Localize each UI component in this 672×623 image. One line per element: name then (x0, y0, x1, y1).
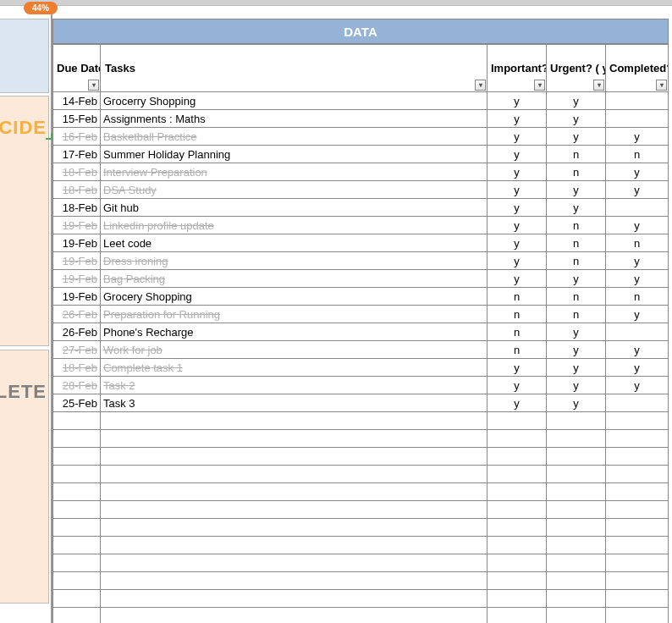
cell-task[interactable]: Task 2 (101, 377, 487, 394)
cell-empty[interactable] (487, 572, 547, 590)
cell-empty[interactable] (53, 519, 101, 537)
cell-completed[interactable]: y (606, 270, 669, 288)
cell-empty[interactable] (606, 430, 669, 448)
cell-empty[interactable] (547, 537, 606, 554)
cell-important[interactable]: n (487, 341, 547, 359)
cell-empty[interactable] (547, 590, 606, 608)
header-urgent[interactable]: Urgent? ( y / n ) ▾ (547, 45, 606, 92)
cell-empty[interactable] (53, 412, 101, 430)
cell-urgent[interactable]: y (547, 270, 606, 288)
header-due-date[interactable]: Due Date ▾ (53, 45, 101, 92)
cell-urgent[interactable]: n (547, 163, 606, 181)
cell-empty[interactable] (487, 519, 547, 537)
cell-urgent[interactable]: y (547, 92, 606, 110)
cell-task[interactable]: Phone's Recharge (101, 323, 487, 341)
cell-completed[interactable]: n (606, 146, 669, 163)
cell-task[interactable]: Complete task 1 (101, 359, 487, 377)
cell-empty[interactable] (101, 590, 487, 608)
cell-empty[interactable] (101, 483, 487, 501)
cell-empty[interactable] (101, 466, 487, 483)
cell-important[interactable]: y (487, 359, 547, 377)
cell-task[interactable]: Grocerry Shopping (101, 92, 487, 110)
table-row[interactable]: 19-FebGrocery Shoppingnnn (53, 288, 669, 306)
cell-task[interactable]: Assignments : Maths (101, 110, 487, 128)
cell-empty[interactable] (487, 448, 547, 466)
header-important[interactable]: Important? ( y / n ) ▾ (487, 45, 547, 92)
cell-completed[interactable]: n (606, 234, 669, 252)
cell-task[interactable]: Grocery Shopping (101, 288, 487, 306)
filter-icon[interactable]: ▾ (534, 80, 545, 91)
cell-date[interactable]: 18-Feb (53, 199, 101, 217)
cell-empty[interactable] (547, 608, 606, 624)
cell-empty[interactable] (547, 466, 606, 483)
cell-date[interactable]: 18-Feb (53, 163, 101, 181)
cell-empty[interactable] (101, 519, 487, 537)
cell-date[interactable]: 15-Feb (53, 110, 101, 128)
cell-task[interactable]: Basketball Practice (101, 128, 487, 146)
cell-completed[interactable]: y (606, 252, 669, 270)
cell-empty[interactable] (547, 412, 606, 430)
cell-date[interactable]: 25-Feb (53, 394, 101, 412)
cell-empty[interactable] (606, 466, 669, 483)
cell-completed[interactable]: y (606, 341, 669, 359)
cell-important[interactable]: y (487, 394, 547, 412)
cell-empty[interactable] (53, 572, 101, 590)
cell-empty[interactable] (606, 519, 669, 537)
table-row[interactable]: 18-FebInterview Preparationyny (53, 163, 669, 181)
cell-important[interactable]: n (487, 306, 547, 323)
cell-empty[interactable] (547, 483, 606, 501)
table-row-empty[interactable] (53, 519, 669, 537)
cell-empty[interactable] (487, 590, 547, 608)
cell-urgent[interactable]: n (547, 146, 606, 163)
cell-empty[interactable] (606, 572, 669, 590)
cell-empty[interactable] (606, 537, 669, 554)
cell-task[interactable]: Summer Holiday Planning (101, 146, 487, 163)
cell-urgent[interactable]: y (547, 394, 606, 412)
cell-important[interactable]: y (487, 377, 547, 394)
cell-empty[interactable] (53, 430, 101, 448)
cell-date[interactable]: 19-Feb (53, 270, 101, 288)
filter-icon[interactable]: ▾ (656, 80, 667, 91)
cell-empty[interactable] (547, 572, 606, 590)
cell-important[interactable]: y (487, 270, 547, 288)
cell-empty[interactable] (606, 501, 669, 519)
cell-task[interactable]: DSA Study (101, 181, 487, 199)
cell-important[interactable]: y (487, 128, 547, 146)
cell-date[interactable]: 17-Feb (53, 146, 101, 163)
cell-empty[interactable] (487, 483, 547, 501)
table-row[interactable]: 27-FebWork for jobnyy (53, 341, 669, 359)
cell-urgent[interactable]: y (547, 341, 606, 359)
cell-empty[interactable] (53, 448, 101, 466)
table-row-empty[interactable] (53, 554, 669, 572)
cell-empty[interactable] (487, 608, 547, 624)
cell-task[interactable]: Task 3 (101, 394, 487, 412)
cell-empty[interactable] (487, 466, 547, 483)
cell-empty[interactable] (53, 501, 101, 519)
cell-date[interactable]: 26-Feb (53, 323, 101, 341)
cell-completed[interactable] (606, 110, 669, 128)
cell-completed[interactable]: y (606, 217, 669, 234)
cell-empty[interactable] (606, 554, 669, 572)
table-row-empty[interactable] (53, 412, 669, 430)
cell-empty[interactable] (487, 412, 547, 430)
tasks-table[interactable]: Due Date ▾ Tasks ▾ Important? ( y / n ) … (52, 44, 669, 623)
table-row[interactable]: 19-FebLeet codeynn (53, 234, 669, 252)
cell-urgent[interactable]: y (547, 377, 606, 394)
cell-urgent[interactable]: n (547, 217, 606, 234)
table-row-empty[interactable] (53, 537, 669, 554)
cell-urgent[interactable]: n (547, 288, 606, 306)
cell-task[interactable]: Leet code (101, 234, 487, 252)
cell-date[interactable]: 19-Feb (53, 252, 101, 270)
cell-empty[interactable] (53, 590, 101, 608)
cell-important[interactable]: y (487, 163, 547, 181)
cell-empty[interactable] (547, 448, 606, 466)
cell-empty[interactable] (606, 483, 669, 501)
cell-empty[interactable] (606, 412, 669, 430)
table-row[interactable]: 26-FebPreparation for Runningnny (53, 306, 669, 323)
cell-empty[interactable] (53, 554, 101, 572)
cell-empty[interactable] (101, 572, 487, 590)
cell-urgent[interactable]: y (547, 199, 606, 217)
cell-completed[interactable]: y (606, 128, 669, 146)
cell-empty[interactable] (53, 537, 101, 554)
table-row[interactable]: 19-FebDress ironingyny (53, 252, 669, 270)
